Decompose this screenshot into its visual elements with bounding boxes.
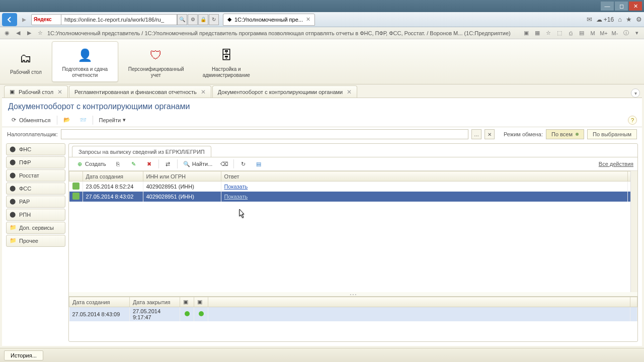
address-bar[interactable] <box>61 14 177 25</box>
app-container: 🗂 Рабочий стол 👤 Подготовка и сдача отче… <box>0 39 644 362</box>
col-icon[interactable] <box>69 171 83 182</box>
col-answer[interactable]: Ответ <box>221 171 628 182</box>
clear-find-button[interactable]: ⌫ <box>218 159 231 169</box>
help-button[interactable]: ? <box>628 116 637 125</box>
tools-icon[interactable]: ⚙ <box>636 16 642 23</box>
find-button[interactable]: 🔍 Найти... <box>180 159 216 169</box>
sub-tab-requests[interactable]: Запросы на выписку сведений из ЕГРЮЛ/ЕГР… <box>72 146 211 157</box>
dropdown-icon[interactable]: ▾ <box>633 29 641 37</box>
content-area: ⬤ФНС ⬤ПФР ⬤Росстат ⬤ФСС ⬤РАР ⬤РПН 📁Доп. … <box>2 141 642 346</box>
col-empty <box>208 297 630 307</box>
tool-button-1[interactable]: 📂 <box>60 115 73 125</box>
ribbon-personnel[interactable]: 🛡 Персонифицированный учет <box>123 41 189 82</box>
close-icon[interactable]: ✕ <box>57 88 62 96</box>
mode-selected-button[interactable]: По выбранным <box>587 129 637 139</box>
tool-button-2[interactable]: 📨 <box>76 115 90 125</box>
close-window-button[interactable]: ✕ <box>629 2 642 11</box>
sidebar-item-rar[interactable]: ⬤РАР <box>6 196 65 208</box>
table-row[interactable]: 27.05.2014 8:43:09 27.05.2014 9:17:47 <box>69 307 637 322</box>
print-icon[interactable]: ⎙ <box>567 29 575 37</box>
tab-close-icon[interactable]: ✕ <box>306 16 310 23</box>
close-icon[interactable]: ✕ <box>347 88 352 96</box>
maximize-button[interactable]: ◻ <box>615 2 628 11</box>
all-actions-link[interactable]: Все действия <box>599 161 633 167</box>
ribbon-desktop[interactable]: 🗂 Рабочий стол <box>5 41 47 82</box>
m-plus-icon[interactable]: M+ <box>600 29 608 37</box>
m-minus-icon[interactable]: M- <box>611 29 619 37</box>
compat-icon[interactable]: ⚙ <box>188 14 198 25</box>
table-row[interactable]: 27.05.2014 8:43:02 4029028951 (ИНН) Пока… <box>69 192 637 202</box>
tool-icon-4[interactable]: ⬚ <box>555 29 564 37</box>
cycles-grid[interactable]: Дата создания Дата закрытия ▣ ▣ 27.05.20… <box>69 296 637 341</box>
sidebar-item-fns[interactable]: ⬤ФНС <box>6 143 65 155</box>
show-link[interactable]: Показать <box>224 184 248 190</box>
back-button[interactable] <box>2 13 17 26</box>
scrollbar[interactable] <box>630 171 637 292</box>
col-st2[interactable]: ▣ <box>194 297 208 307</box>
grid-splitter[interactable]: • • • <box>69 292 637 296</box>
close-icon[interactable]: ✕ <box>201 88 206 96</box>
refresh-icon[interactable]: ↻ <box>209 14 219 25</box>
delete-button[interactable]: ✖ <box>143 159 156 169</box>
nav-fwd-icon[interactable]: ▶ <box>25 29 33 37</box>
sidebar-item-rpn[interactable]: ⬤РПН <box>6 209 65 221</box>
swap-button[interactable]: ⇄ <box>162 159 175 169</box>
search-go-icon[interactable]: 🔍 <box>177 14 187 25</box>
mode-all-button[interactable]: По всем <box>546 129 584 139</box>
grid-toolbar: ⊕ Создать ⎘ ✎ ✖ ⇄ 🔍 Найти... ⌫ ↻ <box>69 157 637 171</box>
col-st1[interactable]: ▣ <box>180 297 194 307</box>
nav-back-icon[interactable]: ◀ <box>14 29 22 37</box>
tool-icon-2[interactable]: ▦ <box>533 29 541 37</box>
forward-button[interactable]: ▸ <box>19 15 29 25</box>
edit-button[interactable]: ✎ <box>127 159 140 169</box>
status-bar: История... <box>0 348 644 362</box>
history-button[interactable]: История... <box>4 350 43 360</box>
weather-widget[interactable]: ☁ +16 <box>596 16 614 23</box>
mail-icon[interactable]: ✉ <box>587 16 592 23</box>
sidebar-item-pfr[interactable]: ⬤ПФР <box>6 156 65 168</box>
admin-icon: 🗄 <box>216 45 236 65</box>
refresh-grid-button[interactable]: ↻ <box>236 159 250 169</box>
info-icon[interactable]: ⓘ <box>622 29 630 37</box>
requests-grid[interactable]: Дата создания ИНН или ОГРН Ответ ▴ 23.05… <box>69 171 637 292</box>
home-icon[interactable]: ⌂ <box>618 16 622 23</box>
show-link[interactable]: Показать <box>224 194 248 200</box>
search-engine-badge[interactable]: Яндекс <box>31 14 61 25</box>
tool-icon-3[interactable]: ☆ <box>544 29 552 37</box>
select-button[interactable]: … <box>471 129 481 139</box>
tab-desktop[interactable]: ▣ Рабочий стол ✕ <box>4 85 68 98</box>
sidebar-item-services[interactable]: 📁Доп. сервисы <box>6 222 65 234</box>
copy-button[interactable]: ⎘ <box>112 159 125 169</box>
tab-fin-report[interactable]: Регламентированная и финансовая отчетнос… <box>69 85 211 98</box>
sidebar-item-other[interactable]: 📁Прочее <box>6 235 65 247</box>
clear-button[interactable]: ✕ <box>485 129 495 139</box>
ribbon-admin[interactable]: 🗄 Настройка и администрирование <box>194 41 259 82</box>
tab-favicon-icon: ◆ <box>227 16 231 23</box>
tool-icon-1[interactable]: ▣ <box>522 29 530 37</box>
sidebar-item-rosstat[interactable]: ⬤Росстат <box>6 169 65 182</box>
taxpayer-input[interactable] <box>61 129 468 139</box>
table-row[interactable]: 23.05.2014 8:52:24 4029028951 (ИНН) Пока… <box>69 182 637 192</box>
calc-icon[interactable]: ▤ <box>578 29 586 37</box>
m-icon[interactable]: M <box>589 29 597 37</box>
col-inn[interactable]: ИНН или ОГРН <box>143 171 221 182</box>
delete-icon: ✖ <box>146 160 153 167</box>
col-closed[interactable]: Дата закрытия <box>130 297 180 307</box>
app-ribbon: 🗂 Рабочий стол 👤 Подготовка и сдача отче… <box>0 39 644 84</box>
tab-title: 1С:Уполномоченный пре... <box>234 17 303 23</box>
browser-tab[interactable]: ◆ 1С:Уполномоченный пре... ✕ <box>223 14 315 26</box>
favorites-icon[interactable]: ★ <box>626 16 632 23</box>
col-created[interactable]: Дата создания <box>69 297 130 307</box>
tab-doc-exchange[interactable]: Документооборот с контролирующими органа… <box>212 85 357 98</box>
ribbon-reporting[interactable]: 👤 Подготовка и сдача отчетности <box>52 41 118 82</box>
sidebar-item-fss[interactable]: ⬤ФСС <box>6 183 65 195</box>
collapse-tabs-button[interactable]: ▾ <box>631 88 640 98</box>
star-icon[interactable]: ☆ <box>36 29 44 37</box>
goto-button[interactable]: Перейти ▾ <box>96 115 129 125</box>
exchange-button[interactable]: ⟳ Обменяться <box>7 115 54 125</box>
create-button[interactable]: ⊕ Создать <box>73 159 109 169</box>
settings-button[interactable]: ▤ <box>252 159 265 169</box>
minimize-button[interactable]: — <box>601 2 614 11</box>
col-date[interactable]: Дата создания <box>83 171 143 182</box>
tab-icon: ▣ <box>10 88 15 95</box>
